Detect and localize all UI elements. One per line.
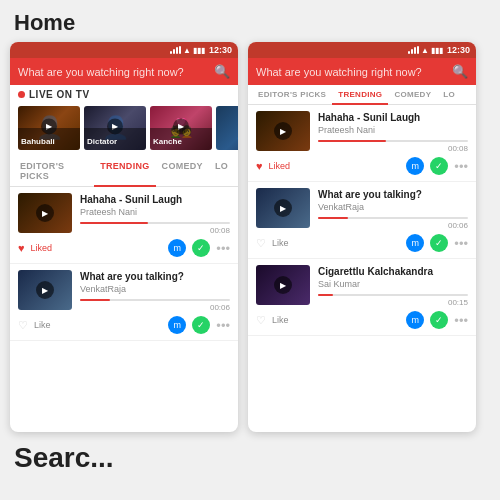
video-channel-2-2: VenkatRaja [318,202,468,212]
video-row-2-3: ▶ Cigarettlu Kalchakandra Sai Kumar 00:1… [256,265,468,307]
video-actions-1-1: ♥ Liked m ✓ ••• [18,239,230,257]
video-duration-2-2: 00:06 [318,221,468,230]
video-item-1-1: ▶ Hahaha - Sunil Laugh Prateesh Nani 00:… [10,187,238,264]
battery-icon-2: ▮▮▮ [431,46,443,55]
messenger-icon-2-2[interactable]: m [406,234,424,252]
tab-trending-2[interactable]: TRENDING [332,85,388,104]
search-bar-2[interactable]: What are you watching right now? 🔍 [248,58,476,85]
video-info-2-1: Hahaha - Sunil Laugh Prateesh Nani 00:08 [318,111,468,153]
thumb-label-kanche: Kanche [153,137,182,146]
video-progress-fill-1-1 [80,222,148,224]
thumb-overlay-dictator: Dictator [84,128,146,150]
video-thumb-2-1[interactable]: ▶ [256,111,310,151]
tab-trending-1[interactable]: TRENDING [94,156,155,186]
heart-icon-2-1[interactable]: ♥ [256,160,263,172]
messenger-icon-1-2[interactable]: m [168,316,186,334]
video-title-1-1: Hahaha - Sunil Laugh [80,193,230,206]
video-info-2-3: Cigarettlu Kalchakandra Sai Kumar 00:15 [318,265,468,307]
thumbnails-row-1: 👤 ▶ Bahubali 👤 ▶ Dictator [10,104,238,156]
video-thumb-2-3[interactable]: ▶ [256,265,310,305]
thumb-dictator[interactable]: 👤 ▶ Dictator [84,106,146,150]
messenger-icon-1-1[interactable]: m [168,239,186,257]
thumb-label-dictator: Dictator [87,137,117,146]
tab-lo-2[interactable]: LO [437,85,461,104]
messenger-icon-2-3[interactable]: m [406,311,424,329]
thumb-kanche[interactable]: 💑 ▶ Kanche [150,106,212,150]
video-channel-1-2: VenkatRaja [80,284,230,294]
video-progress-fill-1-2 [80,299,110,301]
video-title-2-3: Cigarettlu Kalchakandra [318,265,468,278]
video-title-2-2: What are you talking? [318,188,468,201]
more-icon-2-2[interactable]: ••• [454,236,468,251]
thumb-label-bahubali: Bahubali [21,137,55,146]
like-text-2-3: Like [272,315,289,325]
video-actions-2-1: ♥ Liked m ✓ ••• [256,157,468,175]
time-1: 12:30 [209,45,232,55]
time-2: 12:30 [447,45,470,55]
more-icon-1-1[interactable]: ••• [216,241,230,256]
whatsapp-icon-2-3[interactable]: ✓ [430,311,448,329]
whatsapp-icon-2-2[interactable]: ✓ [430,234,448,252]
video-duration-2-3: 00:15 [318,298,468,307]
video-channel-2-3: Sai Kumar [318,279,468,289]
tab-lo-1[interactable]: LO [209,156,234,186]
video-thumb-2-2[interactable]: ▶ [256,188,310,228]
video-play-btn-1-1[interactable]: ▶ [36,204,54,222]
messenger-icon-2-1[interactable]: m [406,157,424,175]
video-row-2-1: ▶ Hahaha - Sunil Laugh Prateesh Nani 00:… [256,111,468,153]
bottom-section-label: Searc... [0,432,500,474]
heart-icon-2-3[interactable]: ♡ [256,314,266,327]
thumb-extra[interactable]: 👤 ▶ [216,106,238,150]
video-play-btn-2-2[interactable]: ▶ [274,199,292,217]
thumb-silhouette-extra: 👤 [234,115,239,141]
video-progress-2-3 [318,294,468,296]
video-progress-1-1 [80,222,230,224]
phone-1: ▲ ▮▮▮ 12:30 What are you watching right … [10,42,238,432]
video-duration-2-1: 00:08 [318,144,468,153]
video-title-2-1: Hahaha - Sunil Laugh [318,111,468,124]
heart-icon-1-1[interactable]: ♥ [18,242,25,254]
video-row-2-2: ▶ What are you talking? VenkatRaja 00:06 [256,188,468,230]
more-icon-1-2[interactable]: ••• [216,318,230,333]
video-play-btn-2-1[interactable]: ▶ [274,122,292,140]
video-duration-1-1: 00:08 [80,226,230,235]
more-icon-2-3[interactable]: ••• [454,313,468,328]
whatsapp-icon-2-1[interactable]: ✓ [430,157,448,175]
live-section-title-1: LIVE ON TV [29,89,90,100]
search-bar-1[interactable]: What are you watching right now? 🔍 [10,58,238,85]
video-info-1-1: Hahaha - Sunil Laugh Prateesh Nani 00:08 [80,193,230,235]
video-play-btn-1-2[interactable]: ▶ [36,281,54,299]
more-icon-2-1[interactable]: ••• [454,159,468,174]
search-icon-1[interactable]: 🔍 [214,64,230,79]
search-placeholder-2: What are you watching right now? [256,66,446,78]
video-item-2-2: ▶ What are you talking? VenkatRaja 00:06… [248,182,476,259]
whatsapp-icon-1-1[interactable]: ✓ [192,239,210,257]
video-row-1-1: ▶ Hahaha - Sunil Laugh Prateesh Nani 00:… [18,193,230,235]
tab-editors-picks-2[interactable]: EDITOR'S PICKS [252,85,332,104]
tab-comedy-2[interactable]: COMEDY [388,85,437,104]
tab-comedy-1[interactable]: COMEDY [156,156,209,186]
thumb-bahubali[interactable]: 👤 ▶ Bahubali [18,106,80,150]
video-play-btn-2-3[interactable]: ▶ [274,276,292,294]
video-info-2-2: What are you talking? VenkatRaja 00:06 [318,188,468,230]
battery-icon-1: ▮▮▮ [193,46,205,55]
video-row-1-2: ▶ What are you talking? VenkatRaja 00:06 [18,270,230,312]
search-icon-2[interactable]: 🔍 [452,64,468,79]
heart-icon-2-2[interactable]: ♡ [256,237,266,250]
video-thumb-1-1[interactable]: ▶ [18,193,72,233]
video-thumb-1-2[interactable]: ▶ [18,270,72,310]
video-channel-2-1: Prateesh Nani [318,125,468,135]
signal-icon-1 [170,46,181,54]
heart-icon-1-2[interactable]: ♡ [18,319,28,332]
like-text-2-2: Like [272,238,289,248]
whatsapp-icon-1-2[interactable]: ✓ [192,316,210,334]
wifi-icon-2: ▲ [421,46,429,55]
page-title: Home [0,0,500,42]
tabs-2: EDITOR'S PICKS TRENDING COMEDY LO [248,85,476,105]
phone-2: ▲ ▮▮▮ 12:30 What are you watching right … [248,42,476,432]
search-placeholder-1: What are you watching right now? [18,66,208,78]
tab-editors-picks-1[interactable]: EDITOR'S PICKS [14,156,94,186]
video-actions-2-2: ♡ Like m ✓ ••• [256,234,468,252]
liked-text-2-1: Liked [269,161,291,171]
wifi-icon-1: ▲ [183,46,191,55]
